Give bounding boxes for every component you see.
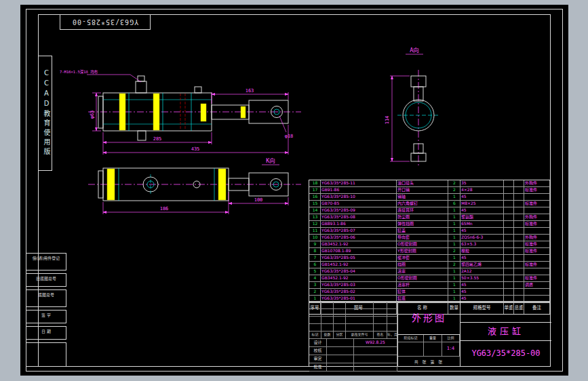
bom-cell-code: YG63/35*285-04: [321, 268, 397, 275]
stage-header-row: 阶段标记 重量 比例: [398, 335, 460, 342]
bom-cell-qty: 1: [448, 268, 460, 275]
main-view: [88, 76, 301, 140]
bom-cell-remark: [524, 194, 550, 200]
scale-value: 1:4: [442, 342, 460, 356]
signature-date: [354, 363, 397, 371]
bom-cell-qty: 1: [448, 235, 460, 241]
revision-cell: [374, 324, 387, 331]
bom-cell-uw: [504, 207, 514, 214]
signature-header-row: 标记 处数 分区 更改文件号 签名 年、月、日: [309, 332, 397, 339]
drawing-sheet: YG63/35*285-00 CCAD教育使用版 借(通)用件登记旧底图总号底图…: [20, 5, 568, 376]
bom-cell-name: 连接耳环: [397, 207, 448, 214]
bom-row: 17GB91-86开口销24×28标准件: [309, 187, 550, 194]
bom-cell-uw: [504, 194, 514, 200]
bom-cell-tw: [514, 221, 524, 227]
bom-cell-tw: [514, 255, 524, 261]
signature-date: W92.8.25: [354, 339, 397, 346]
revision-cell: [334, 309, 346, 316]
bom-cell-name: 开口销: [397, 187, 448, 193]
bom-cell-no: 4: [309, 275, 321, 281]
revision-cell: [374, 302, 387, 308]
bom-cell-name: 活塞杆: [397, 282, 448, 288]
bom-cell-code: YG63/35*285-05: [321, 255, 397, 261]
bom-cell-remark: 外购件: [524, 235, 550, 241]
bom-cell-remark: 外购件: [524, 214, 550, 220]
bom-cell-uw: [504, 262, 514, 268]
bom-cell-code: GB3452.1-92: [321, 241, 397, 247]
dim-pin-hole: φ18: [285, 134, 294, 139]
bom-cell-spec: 35: [460, 180, 504, 186]
bom-cell-uw: [504, 187, 514, 193]
k-view: [88, 168, 301, 201]
bom-cell-tw: [514, 275, 524, 281]
bom-cell-spec: 45: [460, 289, 504, 295]
stage-mark-value: [398, 342, 424, 356]
stage-header-scale: 比例: [442, 335, 460, 342]
revision-cell: [387, 302, 397, 308]
bom-row: 6GB1452.1-92挡圈2聚四氟乙烯标准件: [309, 262, 550, 268]
stage-value-row: 1:4: [398, 342, 460, 357]
bom-cell-code: YG63/35*285-11: [321, 180, 397, 186]
bom-cell-spec: 45: [460, 207, 504, 214]
bom-row: 18YG63/35*285-11油口接头235外购件: [309, 180, 550, 187]
drawing-title: 外形图: [398, 302, 460, 335]
bom-rows: 18YG63/35*285-11油口接头235外购件17GB91-86开口销24…: [309, 180, 550, 302]
bom-cell-code: YG63/35*285-09: [321, 207, 397, 214]
revision-cell: [321, 324, 334, 331]
bom-cell-name: 缸盖: [397, 228, 448, 234]
k-view-label: K向: [266, 157, 275, 164]
title-block-middle: 外形图 阶段标记 重量 比例 1:4 共 张 第 张: [398, 302, 460, 366]
bom-cell-spec: 45: [460, 194, 504, 200]
sig-header-mark: 标记: [309, 332, 321, 338]
signature-cell: [327, 339, 354, 346]
bom-cell-spec: M8×25: [460, 201, 504, 207]
bom-cell-qty: 1: [448, 214, 460, 220]
bom-cell-tw: [514, 180, 524, 186]
revision-cell: [334, 317, 346, 323]
signature-row: 批准: [309, 363, 397, 372]
bom-row: 12GB893.1-86弹性挡圈165Mn标准件: [309, 221, 550, 228]
stage-header-mark: 阶段标记: [398, 335, 424, 342]
signature-cell: [327, 363, 354, 371]
drawing-number: YG63/35*285-00: [460, 341, 551, 366]
cad-preview-page: YG63/35*285-00 CCAD教育使用版 借(通)用件登记旧底图总号底图…: [0, 0, 588, 381]
revision-cell: [374, 309, 387, 316]
bom-cell-name: 活塞: [397, 268, 448, 275]
bom-cell-remark: [524, 207, 550, 214]
bom-cell-tw: [514, 282, 524, 288]
bom-cell-spec: 45: [460, 228, 504, 234]
bom-cell-tw: [514, 248, 524, 254]
dim-k-length: 100: [254, 197, 263, 203]
bom-cell-no: 7: [309, 255, 321, 261]
bom-cell-remark: [524, 228, 550, 234]
bom-cell-qty: 1: [448, 289, 460, 295]
bom-cell-no: 8: [309, 248, 321, 254]
bom-cell-qty: 1: [448, 207, 460, 214]
bom-row: 4GB3452.1-92O形密封圈150×3.55标准件: [309, 275, 550, 282]
revision-cell: [321, 302, 334, 308]
bom-cell-code: YG63/35*285-10: [321, 194, 397, 200]
sig-header-docno: 更改文件号: [346, 332, 374, 338]
bom-cell-tw: [514, 289, 524, 295]
revision-cell: [346, 317, 374, 323]
bom-cell-qty: 1: [448, 221, 460, 227]
revision-row: [309, 309, 397, 317]
signature-row: 设计W92.8.25: [309, 339, 397, 347]
bom-cell-uw: [504, 221, 514, 227]
bom-cell-qty: 1: [448, 228, 460, 234]
bom-cell-code: YG63/35*285-06: [321, 235, 397, 241]
bom-row: 7YG63/35*285-05缓冲套145: [309, 255, 550, 262]
a-view-label: A向: [410, 47, 419, 54]
bom-cell-remark: 标准件: [524, 187, 550, 193]
bom-cell-uw: [504, 228, 514, 234]
bom-row: 16YG63/35*285-10销轴145: [309, 194, 550, 201]
bom-cell-tw: [514, 214, 524, 220]
dim-stroke: 285: [153, 136, 162, 142]
bom-cell-uw: [504, 214, 514, 220]
bom-cell-no: 12: [309, 221, 321, 227]
bom-cell-qty: 2: [448, 180, 460, 186]
sig-header-date: 年、月、日: [387, 332, 397, 338]
bom-cell-uw: [504, 275, 514, 281]
bom-cell-no: 10: [309, 235, 321, 241]
bom-cell-qty: 1: [448, 282, 460, 288]
